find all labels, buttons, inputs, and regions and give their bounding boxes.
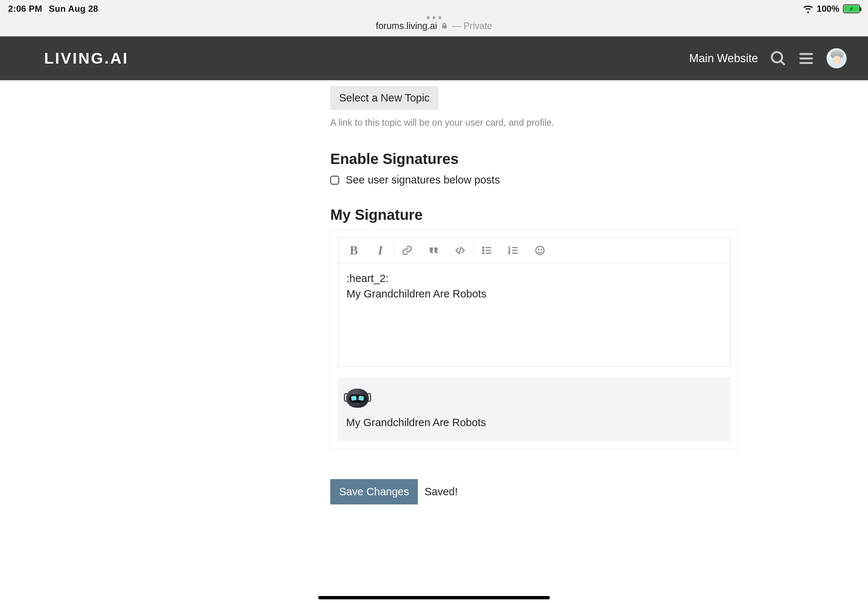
see-signatures-checkbox[interactable]: [330, 176, 339, 185]
signature-editor: B I 1: [338, 238, 731, 366]
search-icon[interactable]: [771, 51, 786, 66]
my-signature-heading: My Signature: [330, 207, 738, 223]
main-website-link[interactable]: Main Website: [689, 52, 758, 65]
ios-status-left: 2:06 PM Sun Aug 28: [8, 4, 98, 14]
see-signatures-checkbox-row: See user signatures below posts: [330, 174, 738, 186]
tab-dots-icon[interactable]: [427, 16, 441, 19]
ios-chrome: 2:06 PM Sun Aug 28 100% ⚡︎ forums.living…: [0, 0, 868, 36]
code-button[interactable]: [447, 240, 473, 261]
address-bar[interactable]: forums.living.ai 🔒︎ — Private: [376, 20, 492, 31]
see-signatures-label: See user signatures below posts: [346, 174, 500, 186]
site-logo[interactable]: LIVING.AI: [44, 49, 129, 67]
featured-topic-hint: A link to this topic will be on your use…: [330, 117, 738, 128]
battery-percent: 100%: [817, 4, 839, 14]
signature-preview: My Grandchildren Are Robots: [338, 377, 731, 441]
heart-2-emoji-icon: [346, 387, 369, 410]
signature-panel: B I 1: [330, 230, 738, 449]
bold-button[interactable]: B: [340, 240, 367, 261]
battery-icon: ⚡︎: [843, 5, 860, 13]
link-button[interactable]: [394, 240, 420, 261]
enable-signatures-heading: Enable Signatures: [330, 151, 738, 167]
signature-textarea[interactable]: :heart_2: My Grandchildren Are Robots: [338, 263, 730, 366]
page-wrap: Select a New Topic A link to this topic …: [129, 80, 739, 541]
svg-point-1: [483, 250, 484, 252]
numbered-list-button[interactable]: 123: [500, 240, 527, 261]
emoji-button[interactable]: [527, 240, 553, 261]
svg-point-6: [536, 246, 544, 255]
private-label: — Private: [452, 20, 492, 31]
header-right: Main Website: [689, 48, 847, 68]
lock-icon: 🔒︎: [441, 22, 448, 30]
hamburger-menu-icon[interactable]: [798, 51, 814, 66]
featured-topic-section: Select a New Topic A link to this topic …: [330, 86, 738, 128]
wifi-icon: [803, 4, 813, 14]
select-new-topic-button[interactable]: Select a New Topic: [330, 86, 438, 110]
svg-point-2: [483, 252, 484, 254]
save-row: Save Changes Saved!: [330, 479, 738, 504]
bullet-list-button[interactable]: [474, 240, 500, 261]
save-changes-button[interactable]: Save Changes: [330, 479, 418, 504]
user-avatar[interactable]: [826, 48, 847, 68]
svg-text:3: 3: [508, 251, 510, 255]
ios-status-bar: 2:06 PM Sun Aug 28 100% ⚡︎: [0, 0, 868, 15]
svg-point-7: [538, 249, 540, 250]
ios-address-area: forums.living.ai 🔒︎ — Private: [0, 15, 868, 36]
svg-point-0: [483, 247, 484, 249]
italic-button[interactable]: I: [367, 240, 393, 261]
preferences-content: Select a New Topic A link to this topic …: [330, 80, 738, 504]
url-host: forums.living.ai: [376, 20, 437, 31]
status-date: Sun Aug 28: [49, 4, 98, 14]
editor-toolbar: B I 1: [338, 238, 730, 263]
saved-indicator: Saved!: [424, 486, 458, 498]
svg-point-8: [541, 249, 542, 250]
ios-status-right: 100% ⚡︎: [803, 4, 860, 14]
clock: 2:06 PM: [8, 4, 42, 14]
signature-preview-text: My Grandchildren Are Robots: [346, 417, 723, 429]
site-header: LIVING.AI Main Website: [0, 36, 868, 80]
quote-button[interactable]: [420, 240, 447, 261]
